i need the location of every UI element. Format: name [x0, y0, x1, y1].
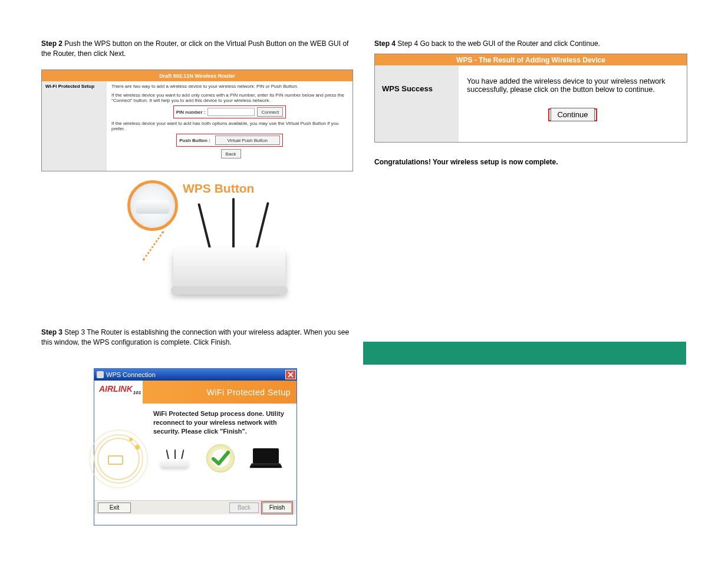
utility-body-text: WiFi Protected Setup process done. Utili…: [143, 404, 297, 439]
panel2-header: WPS - The Result of Adding Wireless Devi…: [375, 54, 687, 65]
push-button-group: Push Button : Virtual Push Button: [176, 134, 282, 147]
connect-button[interactable]: Connect: [257, 107, 283, 117]
wps-result-panel: WPS - The Result of Adding Wireless Devi…: [374, 54, 687, 143]
utility-banner: AIRLINK101 WiFi Protected Setup: [94, 381, 297, 404]
panel1-pushbutton-text: If the wireless device your want to add …: [111, 121, 348, 131]
panel1-back-button[interactable]: Back: [221, 149, 241, 158]
wps-button-label: WPS Button: [183, 181, 254, 196]
laptop-icon: [249, 447, 282, 470]
utility-title: WPS Connection: [106, 371, 156, 378]
panel2-body-text: You have added the wireless device to yo…: [467, 77, 678, 94]
app-icon: [97, 371, 104, 378]
continue-button[interactable]: Continue: [551, 108, 594, 121]
section-divider: [363, 342, 686, 365]
step3-instruction: Step 3 Step 3 The Router is establishing…: [41, 328, 353, 348]
router-config-panel: Draft 802.11N Wireless Router Wi-Fi Prot…: [41, 70, 353, 171]
panel1-intro-text: There are two way to add a wireless devi…: [111, 84, 348, 89]
close-icon[interactable]: [285, 370, 296, 379]
panel1-sidebar: Wi-Fi Protected Setup: [42, 81, 107, 171]
pin-number-label: PIN number :: [176, 110, 206, 115]
finish-button-highlight: Finish: [261, 501, 293, 514]
router-icon: [157, 445, 192, 472]
utility-banner-title: WiFi Protected Setup: [207, 388, 291, 397]
utility-titlebar: WPS Connection: [94, 369, 297, 381]
panel1-header: Draft 802.11N Wireless Router: [42, 70, 353, 81]
continue-button-highlight: Continue: [548, 108, 597, 121]
router-product-photo: WPS Button: [127, 177, 285, 309]
checkmark-icon: [206, 444, 235, 472]
panel1-pin-text: If the wireless device you want to add o…: [111, 92, 348, 103]
exit-button[interactable]: Exit: [98, 503, 131, 513]
congrats-message: Congratulations! Your wireless setup is …: [374, 158, 687, 166]
wps-utility-dialog: WPS Connection AIRLINK101 WiFi Protected…: [94, 368, 297, 525]
finish-button[interactable]: Finish: [262, 503, 292, 513]
wps-button-zoom-icon: [127, 180, 178, 231]
panel2-sidebar: WPS Success: [375, 65, 459, 142]
pin-number-input[interactable]: [207, 108, 255, 116]
laptop-outline-icon: [108, 455, 123, 465]
utility-button-bar: Exit Back Finish: [94, 500, 297, 514]
panel1-main: There are two way to add a wireless devi…: [107, 81, 353, 171]
airlink-logo: AIRLINK101: [99, 384, 141, 395]
utility-side-graphic: [94, 404, 143, 514]
push-button-label: Push Button :: [179, 138, 210, 143]
step4-instruction: Step 4 Step 4 Go back to the web GUI of …: [374, 39, 687, 49]
step2-instruction: Step 2 Push the WPS button on the Router…: [41, 39, 353, 59]
virtual-push-button[interactable]: Virtual Push Button: [215, 135, 280, 145]
pin-number-group: PIN number : Connect: [173, 105, 286, 118]
utility-back-button: Back: [229, 503, 259, 513]
